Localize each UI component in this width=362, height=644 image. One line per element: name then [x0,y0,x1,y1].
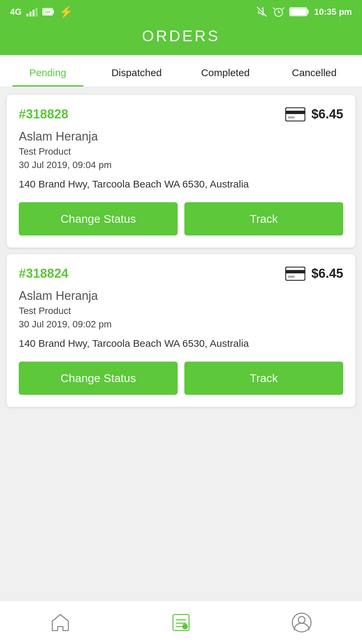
bottom-nav-profile[interactable] [241,601,362,644]
track-button-1[interactable]: Track [184,202,343,235]
alarm-icon [273,6,285,18]
order-product-2: Test Product [19,306,343,316]
usb-icon: ⚡ [59,5,73,18]
payment-card-icon-2 [285,267,305,281]
battery-icon [289,6,309,17]
order-product-1: Test Product [19,146,343,157]
svg-rect-13 [288,116,295,118]
status-bar-left: 4G 100 ⚡ [10,5,73,18]
order-actions-2: Change Status Track [19,362,343,395]
svg-rect-11 [286,108,305,121]
order-customer-1: Aslam Heranja [19,129,343,144]
order-id-1: #318828 [19,107,68,121]
svg-rect-1 [53,10,54,13]
order-card-1: #318828 $6.45 Aslam Heranja Test Product… [7,95,355,248]
mute-icon [256,6,268,18]
order-actions-1: Change Status Track [19,202,343,235]
change-status-button-2[interactable]: Change Status [19,362,178,395]
orders-list: #318828 $6.45 Aslam Heranja Test Product… [0,87,362,600]
track-button-2[interactable]: Track [184,362,343,395]
tab-cancelled[interactable]: Cancelled [270,55,359,87]
signal-icon [26,7,38,16]
status-bar: 4G 100 ⚡ [0,0,362,23]
order-address-1: 140 Brand Hwy, Tarcoola Beach WA 6530, A… [19,176,343,192]
svg-rect-15 [286,270,305,273]
order-id-2: #318824 [19,266,68,281]
bottom-nav [0,600,362,644]
tab-dispatched[interactable]: Dispatched [92,55,181,87]
svg-rect-14 [286,267,305,280]
payment-card-icon-1 [285,107,305,121]
svg-rect-16 [288,276,295,278]
order-address-2: 140 Brand Hwy, Tarcoola Beach WA 6530, A… [19,336,343,351]
order-price-1: $6.45 [311,107,343,121]
order-price-group-1: $6.45 [285,107,343,121]
order-card-header-1: #318828 $6.45 [19,107,343,121]
time-label: 10:35 pm [314,7,352,17]
tab-completed[interactable]: Completed [181,55,270,87]
order-date-1: 30 Jul 2019, 09:04 pm [19,160,343,170]
change-status-button-1[interactable]: Change Status [19,202,178,235]
svg-point-21 [182,624,188,629]
order-card-header-2: #318824 $6.45 [19,266,343,281]
bottom-nav-home[interactable] [0,601,121,644]
bottom-nav-orders[interactable] [121,601,241,644]
tabs-container: Pending Dispatched Completed Cancelled [0,55,362,87]
order-card-2: #318824 $6.45 Aslam Heranja Test Product… [7,254,355,407]
status-bar-right: 10:35 pm [256,6,352,18]
battery-full-icon: 100 [42,6,54,17]
app-header: ORDERS [0,23,362,55]
home-icon [50,612,71,633]
order-price-2: $6.45 [311,266,343,281]
svg-point-22 [292,613,311,632]
order-price-group-2: $6.45 [285,266,343,281]
svg-rect-12 [286,111,305,114]
svg-text:100: 100 [45,10,50,14]
profile-icon [291,612,312,633]
tab-pending[interactable]: Pending [3,55,92,87]
order-customer-2: Aslam Heranja [19,289,343,303]
page-title: ORDERS [142,27,220,45]
carrier-label: 4G [10,7,22,17]
svg-point-23 [298,616,305,623]
order-date-2: 30 Jul 2019, 09:02 pm [19,319,343,330]
svg-rect-9 [307,10,309,14]
orders-icon [170,612,192,633]
svg-rect-10 [290,8,306,15]
